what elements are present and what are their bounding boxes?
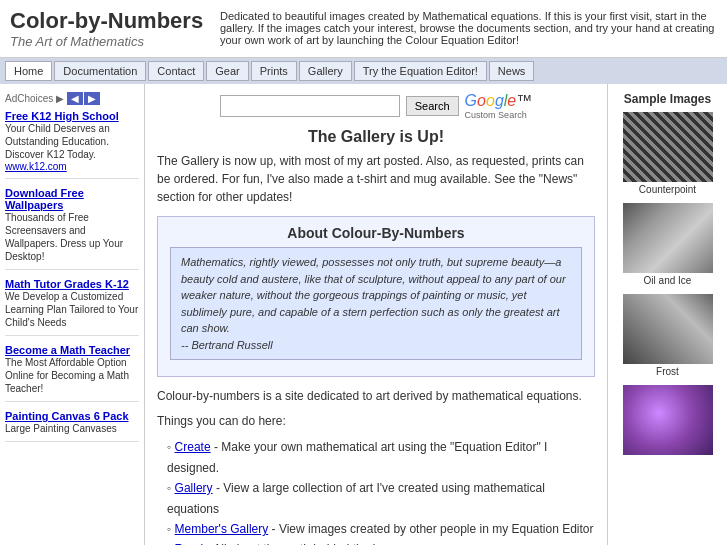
things-list-item-3: Read - All about the math behind the ima… <box>167 539 595 545</box>
things-list-item-1: Gallery - View a large collection of art… <box>167 478 595 519</box>
main-content: Search Google™ Custom Search The Gallery… <box>145 84 607 545</box>
sample-img-canvas-2 <box>623 294 713 364</box>
ad-next-button[interactable]: ▶ <box>84 92 100 105</box>
sidebar-ad-title-2[interactable]: Math Tutor Grades K-12 <box>5 278 139 290</box>
things-text-0: - Make your own mathematical art using t… <box>167 440 547 474</box>
things-list-item-0: Create - Make your own mathematical art … <box>167 437 595 478</box>
description-text: Colour-by-numbers is a site dedicated to… <box>157 387 595 406</box>
site-subtitle: The Art of Mathematics <box>10 34 210 49</box>
main-layout: AdChoices ▶ ◀ ▶ Free K12 High School You… <box>0 84 727 545</box>
sample-images-title: Sample Images <box>613 92 722 106</box>
site-title: Color-by-Numbers <box>10 8 210 34</box>
sidebar-ad-4: Painting Canvas 6 Pack Large Painting Ca… <box>5 410 139 442</box>
sidebar-ad-body-4: Large Painting Canvases <box>5 422 139 435</box>
things-link-1[interactable]: Gallery <box>175 481 213 495</box>
things-list-item-2: Member's Gallery - View images created b… <box>167 519 595 539</box>
sample-images-list: Counterpoint Oil and Ice Frost <box>613 112 722 455</box>
header-tagline: Dedicated to beautiful images created by… <box>210 8 717 46</box>
page-title: The Gallery is Up! <box>157 128 595 146</box>
sidebar-ad-body-1: Thousands of Free Screensavers and Wallp… <box>5 211 139 263</box>
search-button[interactable]: Search <box>406 96 459 116</box>
google-branding: Google™ Custom Search <box>465 92 533 120</box>
sidebar-ad-2: Math Tutor Grades K-12 We Develop a Cust… <box>5 278 139 336</box>
sidebar-ad-body-3: The Most Affordable Option Online for Be… <box>5 356 139 395</box>
ad-choices: AdChoices ▶ ◀ ▶ <box>5 92 139 105</box>
sample-img-canvas-1 <box>623 203 713 273</box>
things-text-2: - View images created by other people in… <box>268 522 593 536</box>
nav-item-gear[interactable]: Gear <box>206 61 248 81</box>
sample-image-1[interactable]: Oil and Ice <box>613 203 722 286</box>
nav-item-prints[interactable]: Prints <box>251 61 297 81</box>
ad-prev-button[interactable]: ◀ <box>67 92 83 105</box>
sidebar-ad-0: Free K12 High School Your Child Deserves… <box>5 110 139 179</box>
about-section: About Colour-By-Numbers Mathematics, rig… <box>157 216 595 377</box>
quote-author: -- Bertrand Russell <box>181 339 273 351</box>
nav-item-gallery[interactable]: Gallery <box>299 61 352 81</box>
header-left: Color-by-Numbers The Art of Mathematics <box>10 8 210 49</box>
sidebar-ad-title-1[interactable]: Download Free Wallpapers <box>5 187 139 211</box>
sidebar-ad-3: Become a Math Teacher The Most Affordabl… <box>5 344 139 402</box>
quote-box: Mathematics, rightly viewed, possesses n… <box>170 247 582 360</box>
things-link-2[interactable]: Member's Gallery <box>175 522 269 536</box>
sidebar-ad-body-2: We Develop a Customized Learning Plan Ta… <box>5 290 139 329</box>
about-title: About Colour-By-Numbers <box>170 225 582 241</box>
sample-img-label-0: Counterpoint <box>613 184 722 195</box>
sidebar-ad-1: Download Free Wallpapers Thousands of Fr… <box>5 187 139 270</box>
search-input[interactable] <box>220 95 400 117</box>
custom-search-text: Custom Search <box>465 110 533 120</box>
sidebar-ads: Free K12 High School Your Child Deserves… <box>5 110 139 442</box>
sample-img-label-1: Oil and Ice <box>613 275 722 286</box>
sample-img-label-2: Frost <box>613 366 722 377</box>
sidebar-ad-title-4[interactable]: Painting Canvas 6 Pack <box>5 410 139 422</box>
nav-item-news[interactable]: News <box>489 61 535 81</box>
nav-item-try-the-equation-editor![interactable]: Try the Equation Editor! <box>354 61 487 81</box>
ad-nav-controls[interactable]: ◀ ▶ <box>67 92 100 105</box>
sample-img-canvas-3 <box>623 385 713 455</box>
adchoices-icon: ▶ <box>56 93 64 104</box>
sidebar: AdChoices ▶ ◀ ▶ Free K12 High School You… <box>0 84 145 545</box>
nav-item-contact[interactable]: Contact <box>148 61 204 81</box>
quote-text: Mathematics, rightly viewed, possesses n… <box>181 256 566 334</box>
search-bar: Search Google™ Custom Search <box>157 92 595 120</box>
header: Color-by-Numbers The Art of Mathematics … <box>0 0 727 58</box>
sample-image-3[interactable] <box>613 385 722 455</box>
sidebar-ad-body-0: Your Child Deserves an Outstanding Educa… <box>5 122 139 161</box>
things-link-0[interactable]: Create <box>175 440 211 454</box>
things-text-1: - View a large collection of art I've cr… <box>167 481 545 515</box>
things-intro: Things you can do here: <box>157 412 595 431</box>
intro-text: The Gallery is now up, with most of my a… <box>157 152 595 206</box>
google-logo: Google™ <box>465 92 533 110</box>
sample-image-2[interactable]: Frost <box>613 294 722 377</box>
sidebar-ad-title-0[interactable]: Free K12 High School <box>5 110 139 122</box>
sample-image-0[interactable]: Counterpoint <box>613 112 722 195</box>
nav-item-home[interactable]: Home <box>5 61 52 81</box>
sidebar-ad-link-0[interactable]: www.k12.com <box>5 161 139 172</box>
nav-item-documentation[interactable]: Documentation <box>54 61 146 81</box>
adchoices-label: AdChoices <box>5 93 53 104</box>
nav-bar: HomeDocumentationContactGearPrintsGaller… <box>0 58 727 84</box>
right-panel: Sample Images Counterpoint Oil and Ice F… <box>607 84 727 545</box>
sidebar-ad-title-3[interactable]: Become a Math Teacher <box>5 344 139 356</box>
sample-img-canvas-0 <box>623 112 713 182</box>
things-list: Create - Make your own mathematical art … <box>157 437 595 545</box>
